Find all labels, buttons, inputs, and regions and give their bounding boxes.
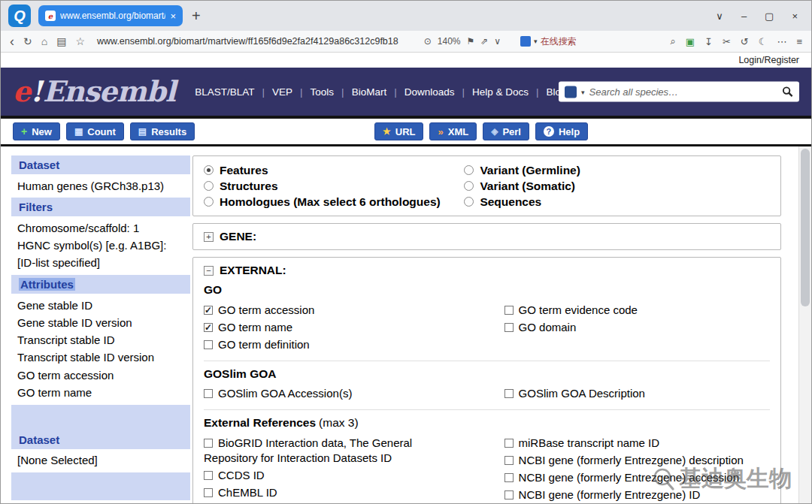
- sidebar-item[interactable]: HGNC symbol(s) [e.g. A1BG]:: [17, 237, 184, 255]
- nav-link-downloads[interactable]: Downloads: [404, 86, 455, 98]
- checkbox-row[interactable]: GO domain: [504, 318, 753, 336]
- url-button[interactable]: ★URL: [374, 122, 423, 140]
- sidebar-section-title[interactable]: Attributes: [11, 275, 190, 294]
- download-icon[interactable]: ↧: [704, 36, 713, 47]
- browser-app-icon[interactable]: Q: [8, 5, 31, 27]
- checkbox-row[interactable]: GOSlim GOA Description: [504, 385, 753, 403]
- nav-link-tools[interactable]: Tools: [311, 86, 335, 98]
- radio-option[interactable]: Features: [204, 162, 464, 178]
- checkbox[interactable]: [204, 471, 213, 480]
- sidebar-item[interactable]: [ID-list specified]: [17, 255, 184, 272]
- sidebar-section-title[interactable]: Dataset: [11, 155, 190, 174]
- scrollbar-thumb[interactable]: [801, 149, 810, 306]
- nav-link-biomart[interactable]: BioMart: [352, 86, 387, 98]
- checkbox-row[interactable]: NCBI gene (formerly Entrezgene) descript…: [504, 451, 753, 469]
- perl-button[interactable]: ◈Perl: [483, 122, 529, 140]
- sidebar-item[interactable]: Human genes (GRCh38.p13): [17, 177, 184, 195]
- home-icon[interactable]: ⌂: [41, 35, 47, 47]
- login-register-link[interactable]: Login/Register: [738, 55, 799, 65]
- undo-icon[interactable]: ↺: [741, 36, 749, 47]
- browser-tab[interactable]: e www.ensembl.org/biomart/mart... ×: [38, 5, 183, 26]
- checkbox[interactable]: [204, 389, 213, 398]
- favorite-star-icon[interactable]: ☆: [75, 35, 85, 47]
- radio-option[interactable]: Sequences: [464, 194, 770, 210]
- sidebar-item[interactable]: GO term name: [17, 384, 184, 401]
- new-tab-button[interactable]: +: [192, 8, 201, 23]
- checkbox[interactable]: [504, 323, 514, 332]
- minimize-button[interactable]: –: [741, 11, 747, 22]
- sidebar-item[interactable]: Gene stable ID version: [17, 314, 184, 331]
- scissors-icon[interactable]: ✂: [723, 36, 731, 47]
- collections-icon[interactable]: ▤: [56, 35, 66, 47]
- menu-icon[interactable]: ≡: [796, 36, 802, 47]
- search-input[interactable]: [589, 86, 777, 98]
- night-mode-icon[interactable]: ☾: [759, 36, 768, 47]
- address-bar[interactable]: www.ensembl.org/biomart/martview/ff165f6…: [97, 36, 398, 47]
- count-button[interactable]: ▦Count: [66, 122, 124, 140]
- tab-list-icon[interactable]: ∨: [716, 11, 723, 22]
- species-caret-icon[interactable]: ▾: [581, 88, 585, 95]
- xml-button[interactable]: »XML: [429, 122, 477, 140]
- radio-icon[interactable]: [204, 181, 214, 191]
- radio-option[interactable]: Variant (Somatic): [464, 178, 770, 194]
- tab-close-icon[interactable]: ×: [170, 11, 176, 22]
- checkbox-row[interactable]: miRBase transcript name ID: [504, 434, 753, 451]
- radio-option[interactable]: Structures: [204, 178, 464, 194]
- sidebar-item[interactable]: GO term accession: [17, 367, 184, 384]
- new-button[interactable]: +New: [13, 122, 60, 140]
- checkbox[interactable]: [504, 306, 514, 315]
- sidebar-item[interactable]: Transcript stable ID: [17, 332, 184, 349]
- radio-option[interactable]: Variant (Germline): [464, 162, 770, 178]
- checkbox-row[interactable]: NCBI gene (formerly Entrezgene) accessio…: [504, 469, 753, 487]
- checkbox-row[interactable]: GO term accession: [204, 301, 468, 318]
- checkbox-row[interactable]: NCBI gene (formerly Entrezgene) ID: [504, 487, 753, 504]
- checkbox-row[interactable]: GOSlim GOA Accession(s): [204, 385, 468, 403]
- checkbox[interactable]: [504, 389, 514, 398]
- reload-icon[interactable]: ↻: [23, 35, 32, 47]
- nav-link-vep[interactable]: VEP: [272, 86, 292, 98]
- checkbox[interactable]: [504, 456, 514, 465]
- checkbox-row[interactable]: GO term name: [204, 318, 468, 336]
- radio-icon[interactable]: [204, 165, 214, 175]
- radio-icon[interactable]: [464, 165, 474, 175]
- radio-option[interactable]: Homologues (Max select 6 orthologues): [204, 194, 464, 210]
- search-magnifier-icon[interactable]: [782, 86, 793, 98]
- checkbox[interactable]: [204, 439, 213, 448]
- sidebar-section-title[interactable]: Dataset: [11, 430, 190, 449]
- checkbox[interactable]: [504, 439, 514, 448]
- sidebar-item[interactable]: Transcript stable ID version: [17, 349, 184, 367]
- expand-plus-icon[interactable]: +: [204, 232, 214, 242]
- sidebar-section-title[interactable]: Filters: [11, 198, 190, 216]
- chevron-down-icon[interactable]: ∨: [494, 36, 501, 47]
- checkbox[interactable]: [204, 306, 213, 315]
- radio-icon[interactable]: [464, 197, 474, 207]
- checkbox-row[interactable]: GO term evidence code: [504, 301, 753, 318]
- extension-badge[interactable]: ▾ 在线搜索: [520, 35, 577, 48]
- sidebar-item[interactable]: [None Selected]: [17, 452, 184, 469]
- back-icon[interactable]: ‹: [10, 35, 14, 48]
- search-icon[interactable]: ⌕: [670, 35, 675, 47]
- radio-icon[interactable]: [204, 197, 214, 207]
- maximize-button[interactable]: ▢: [765, 11, 774, 22]
- checkbox-row[interactable]: GO term definition: [204, 337, 468, 354]
- ensembl-logo[interactable]: e!Ensembl: [13, 77, 175, 106]
- screenshot-icon[interactable]: ▣: [686, 36, 695, 47]
- checkbox-row[interactable]: CCDS ID: [204, 467, 468, 484]
- species-filter-icon[interactable]: [565, 86, 577, 98]
- flag-icon[interactable]: ⚑: [466, 36, 474, 47]
- checkbox[interactable]: [204, 323, 213, 332]
- results-button[interactable]: ▤Results: [130, 122, 195, 140]
- share-icon[interactable]: ⇗: [480, 36, 488, 47]
- radio-icon[interactable]: [464, 181, 474, 191]
- nav-link-help-docs[interactable]: Help & Docs: [472, 86, 529, 98]
- checkbox[interactable]: [504, 490, 514, 499]
- collapse-minus-icon[interactable]: −: [204, 266, 214, 276]
- checkbox[interactable]: [204, 488, 213, 497]
- vertical-scrollbar[interactable]: [798, 146, 811, 504]
- external-section-header[interactable]: − EXTERNAL:: [204, 264, 770, 277]
- sidebar-item[interactable]: Gene stable ID: [17, 297, 184, 314]
- zoom-icon[interactable]: ⊙: [424, 36, 432, 47]
- checkbox[interactable]: [204, 340, 213, 349]
- more-icon[interactable]: ⋯: [777, 36, 786, 47]
- checkbox-row[interactable]: BioGRID Interaction data, The General Re…: [204, 434, 468, 467]
